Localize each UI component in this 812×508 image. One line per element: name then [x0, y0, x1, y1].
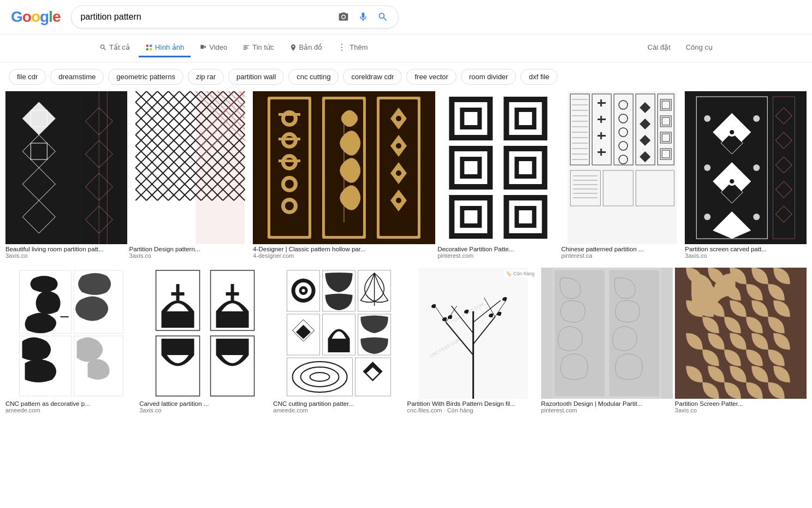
result-11[interactable]: Razortooth Design | Modular Partit... pi…: [541, 268, 673, 414]
result-8[interactable]: Carved lattice partition ... 3axis.co: [139, 268, 271, 414]
google-logo[interactable]: Google: [11, 8, 60, 26]
svg-point-218: [302, 289, 305, 292]
result-1[interactable]: Beautiful living room partition patt... …: [5, 91, 127, 259]
camera-icon: [338, 11, 349, 22]
svg-point-92: [396, 143, 401, 149]
result-8-source: 3axis.co: [139, 407, 271, 414]
filter-chips: file cdr dreamstime geometric patterns z…: [0, 62, 812, 91]
filter-room-divider[interactable]: room divider: [461, 69, 517, 85]
result-12[interactable]: Partition Screen Patter... 3axis.co: [675, 268, 807, 414]
pattern-7: [5, 268, 137, 399]
nav-images[interactable]: Hình ảnh: [139, 39, 191, 57]
pattern-1: [5, 91, 127, 244]
filter-coreldraw[interactable]: coreldraw cdr: [343, 69, 402, 85]
result-2-source: 3axis.co: [129, 252, 251, 259]
nav-tools[interactable]: Công cụ: [679, 39, 719, 57]
svg-point-184: [754, 115, 760, 122]
pattern-6: [685, 91, 807, 244]
nav-maps[interactable]: Bản đồ: [283, 39, 329, 57]
pattern-10: CNC-FILES.COM CNC-FILES.COM: [407, 268, 539, 399]
filter-file-cdr[interactable]: file cdr: [9, 69, 46, 85]
pattern-5: [561, 91, 683, 244]
result-9-source: ameede.com: [273, 407, 405, 414]
pattern-3: [253, 91, 435, 244]
svg-rect-115: [464, 210, 477, 223]
camera-search-button[interactable]: [337, 10, 350, 23]
result-8-label: Carved lattice partition ...: [139, 400, 271, 407]
nav-bar: Tất cả Hình ảnh Video Tin tức Bản đồ ⋮ T…: [0, 34, 812, 62]
result-6[interactable]: Partition screen carved patt... 3axis.co: [685, 91, 807, 259]
result-7[interactable]: CNC pattern as decorative p... ameede.co…: [5, 268, 137, 414]
filter-free-vector[interactable]: free vector: [406, 69, 456, 85]
svg-point-181: [730, 179, 734, 184]
svg-point-80: [285, 180, 294, 188]
svg-rect-4: [244, 45, 250, 45]
pattern-2: [129, 91, 251, 244]
result-3-label: 4-Designer | Classic pattern hollow par.…: [253, 246, 435, 252]
svg-rect-200: [151, 268, 260, 399]
result-5-source: pinterest.ca: [561, 252, 683, 259]
svg-rect-84: [278, 138, 300, 140]
result-4-source: pinterest.com: [437, 252, 559, 259]
result-1-source: 3axis.co: [5, 252, 127, 259]
filter-geometric[interactable]: geometric patterns: [108, 69, 183, 85]
voice-search-button[interactable]: [357, 10, 370, 23]
svg-point-93: [396, 170, 401, 176]
result-6-label: Partition screen carved patt...: [685, 246, 807, 252]
result-4[interactable]: Decorative Partition Patte... pinterest.…: [437, 91, 559, 259]
svg-rect-5: [244, 46, 247, 47]
result-3[interactable]: 4-Designer | Classic pattern hollow par.…: [253, 91, 435, 259]
image-results: Beautiful living room partition patt... …: [0, 91, 812, 414]
nav-settings[interactable]: Cài đặt: [641, 39, 677, 57]
search-nav-icon: [99, 44, 107, 51]
result-2-label: Partition Design pattern...: [129, 246, 251, 252]
svg-rect-140: [600, 132, 602, 139]
result-6-source: 3axis.co: [685, 252, 807, 259]
svg-rect-0: [146, 44, 148, 46]
result-10-source: cnc-files.com · Còn hàng: [407, 407, 539, 414]
image-row-2: CNC pattern as decorative p... ameede.co…: [5, 268, 807, 414]
filter-dreamstime[interactable]: dreamstime: [50, 69, 104, 85]
filter-cnc-cutting[interactable]: cnc cutting: [288, 69, 339, 85]
result-5[interactable]: Chinese patterned partition ... pinteres…: [561, 91, 683, 259]
svg-point-186: [754, 164, 760, 171]
svg-rect-85: [278, 160, 300, 162]
svg-point-188: [754, 214, 760, 220]
result-9[interactable]: CNC cutting partition patter... ameede.c…: [273, 268, 405, 414]
search-icon: [377, 11, 388, 22]
svg-rect-136: [600, 99, 602, 107]
svg-rect-107: [464, 161, 477, 174]
svg-rect-226: [328, 339, 350, 352]
svg-rect-138: [600, 116, 602, 123]
result-11-label: Razortooth Design | Modular Partit...: [541, 400, 673, 407]
video-nav-icon: [199, 44, 207, 51]
filter-partition-wall[interactable]: partition wall: [228, 69, 284, 85]
watermark-badge: 🏷️ Còn hàng: [504, 270, 536, 277]
nav-all[interactable]: Tất cả: [93, 39, 137, 57]
result-12-label: Partition Screen Patter...: [675, 400, 807, 407]
pattern-11: [541, 268, 673, 399]
svg-rect-83: [278, 113, 300, 116]
google-search-button[interactable]: [376, 10, 389, 23]
news-nav-icon: [242, 44, 250, 51]
svg-rect-142: [600, 149, 602, 156]
image-row-1: Beautiful living room partition patt... …: [5, 91, 807, 259]
result-2[interactable]: Partition Design pattern... 3axis.co: [129, 91, 251, 259]
svg-rect-119: [519, 210, 532, 223]
filter-dxf-file[interactable]: dxf file: [520, 69, 558, 85]
map-nav-icon: [289, 44, 297, 51]
result-10[interactable]: CNC-FILES.COM CNC-FILES.COM: [407, 268, 539, 414]
search-input[interactable]: [80, 12, 331, 22]
nav-more[interactable]: ⋮ Thêm: [331, 38, 374, 58]
microphone-icon: [358, 11, 369, 22]
svg-point-177: [730, 130, 734, 134]
result-11-source: pinterest.com: [541, 407, 673, 414]
result-10-label: Partition With Birds Pattern Design fil.…: [407, 400, 539, 407]
svg-rect-208: [226, 292, 239, 296]
svg-rect-3: [150, 48, 152, 50]
filter-zip-rar[interactable]: zip rar: [188, 69, 224, 85]
nav-news[interactable]: Tin tức: [236, 39, 280, 57]
nav-video[interactable]: Video: [193, 39, 234, 57]
pattern-4: [437, 91, 559, 244]
svg-rect-103: [519, 112, 532, 125]
